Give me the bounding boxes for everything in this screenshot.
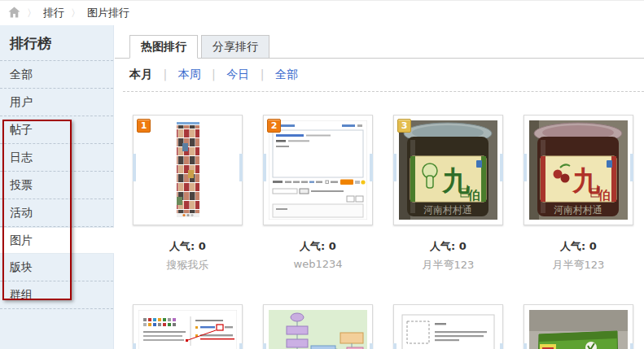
picture-card	[393, 304, 503, 349]
filter-all-time[interactable]: 全部	[275, 68, 298, 81]
ranking-page: 〉 排行 〉 图片排行 排行榜 全部 用户 帖子 日志 投票 活动 图片 版块 …	[0, 0, 644, 349]
filter-this-month[interactable]: 本月	[129, 68, 152, 81]
picture-thumbnail[interactable]	[133, 304, 243, 349]
ranking-sidebar: 排行榜 全部 用户 帖子 日志 投票 活动 图片 版块 群组	[0, 25, 114, 349]
thumbnail-announcement-page	[399, 310, 497, 349]
breadcrumb-separator: 〉	[27, 7, 37, 20]
picture-thumbnail[interactable]: 2	[263, 115, 373, 225]
jar-brand-main: 九	[572, 164, 600, 197]
jar-brand-sub: 伯	[467, 188, 480, 203]
stack-decoration	[370, 154, 373, 181]
uploader-username[interactable]: 搜猴我乐	[133, 258, 243, 273]
breadcrumb-picture-rankings[interactable]: 图片排行	[87, 6, 129, 20]
sidebar-list: 全部 用户 帖子 日志 投票 活动 图片 版块 群组	[0, 61, 113, 309]
picture-card	[263, 304, 373, 349]
popularity-count: 人气: 0	[393, 239, 503, 254]
picture-card: 3	[393, 115, 503, 273]
rank-badge: 1	[137, 119, 151, 133]
filter-separator: |	[163, 68, 167, 81]
sidebar-item-posts[interactable]: 帖子	[0, 116, 113, 144]
main-content: 热图排行 分享排行 本月 | 本周 | 今日 | 全部 1	[115, 35, 644, 349]
divider	[123, 91, 644, 92]
stack-decoration	[239, 154, 243, 181]
sidebar-item-users[interactable]: 用户	[0, 89, 113, 116]
stack-decoration	[263, 343, 266, 349]
picture-card: 1	[133, 115, 243, 273]
stack-decoration	[239, 343, 243, 349]
breadcrumb-separator: 〉	[71, 7, 81, 20]
sidebar-item-pictures[interactable]: 图片	[0, 227, 114, 254]
filter-this-week[interactable]: 本周	[178, 68, 201, 81]
thumbnail-green-jar: 九 伯 河南村村通	[399, 120, 497, 220]
stack-decoration	[500, 343, 503, 349]
picture-thumbnail[interactable]	[393, 304, 503, 349]
picture-thumbnail[interactable]	[263, 304, 373, 349]
sidebar-item-groups[interactable]: 群组	[0, 281, 113, 309]
stack-decoration	[500, 154, 503, 181]
thumbnail-green-package: 山野	[529, 310, 628, 349]
picture-card: 2	[263, 115, 373, 273]
sidebar-item-polls[interactable]: 投票	[0, 172, 113, 199]
uploader-username[interactable]: 月半弯123	[393, 258, 503, 273]
jar-brand-main: 九	[441, 164, 470, 197]
sidebar-item-all[interactable]: 全部	[0, 61, 113, 89]
card-row-2: 山野	[115, 304, 644, 349]
jar-watermark: 河南村村通	[554, 204, 602, 216]
breadcrumb-rankings[interactable]: 排行	[43, 6, 64, 20]
jar-brand-sub: 伯	[598, 188, 611, 203]
breadcrumb: 〉 排行 〉 图片排行	[0, 1, 644, 25]
stack-decoration	[133, 343, 136, 349]
filter-today[interactable]: 今日	[226, 68, 249, 81]
stack-decoration	[263, 154, 266, 181]
thumbnail-photo-wall	[138, 120, 237, 220]
stack-decoration	[370, 343, 373, 349]
sidebar-title: 排行榜	[0, 25, 113, 60]
tab-share-rankings[interactable]: 分享排行	[201, 35, 269, 59]
sidebar-item-activities[interactable]: 活动	[0, 199, 113, 227]
filter-separator: |	[261, 68, 265, 81]
picture-thumbnail[interactable]: 山野	[524, 304, 633, 349]
uploader-username[interactable]: 月半弯123	[524, 258, 633, 273]
picture-thumbnail[interactable]: 1	[133, 115, 243, 225]
stack-decoration	[393, 154, 396, 181]
stack-decoration	[524, 154, 527, 181]
picture-thumbnail[interactable]: 九 伯 河南村村通	[524, 115, 633, 225]
uploader-username[interactable]: web1234	[263, 258, 373, 270]
picture-card	[133, 304, 243, 349]
rank-badge: 2	[267, 119, 281, 133]
picture-card: 山野	[524, 304, 633, 349]
picture-thumbnail[interactable]: 3	[393, 115, 503, 225]
stack-decoration	[630, 343, 633, 349]
sidebar-item-blogs[interactable]: 日志	[0, 144, 113, 172]
stack-decoration	[630, 154, 633, 181]
card-row-1: 1	[115, 115, 644, 273]
jar-watermark: 河南村村通	[423, 204, 472, 216]
stack-decoration	[393, 343, 396, 349]
time-filters: 本月 | 本周 | 今日 | 全部	[115, 59, 644, 82]
thumbnail-flowchart	[269, 310, 367, 349]
sidebar-item-forums[interactable]: 版块	[0, 254, 113, 281]
tab-hot-pictures[interactable]: 热图排行	[129, 35, 198, 59]
stack-decoration	[133, 154, 136, 181]
thumbnail-red-jar: 九 伯 河南村村通	[529, 120, 628, 220]
stack-decoration	[524, 343, 527, 349]
home-icon[interactable]	[8, 7, 20, 18]
thumbnail-web-form	[269, 120, 367, 220]
popularity-count: 人气: 0	[263, 239, 373, 254]
popularity-count: 人气: 0	[133, 239, 243, 254]
rank-badge: 3	[397, 119, 411, 133]
thumbnail-editor-annotated	[138, 310, 237, 349]
picture-card: 九 伯 河南村村通 人气: 0 月半弯123	[524, 115, 633, 273]
popularity-count: 人气: 0	[524, 239, 633, 254]
filter-separator: |	[212, 68, 216, 81]
ranking-tabs: 热图排行 分享排行	[115, 35, 644, 59]
